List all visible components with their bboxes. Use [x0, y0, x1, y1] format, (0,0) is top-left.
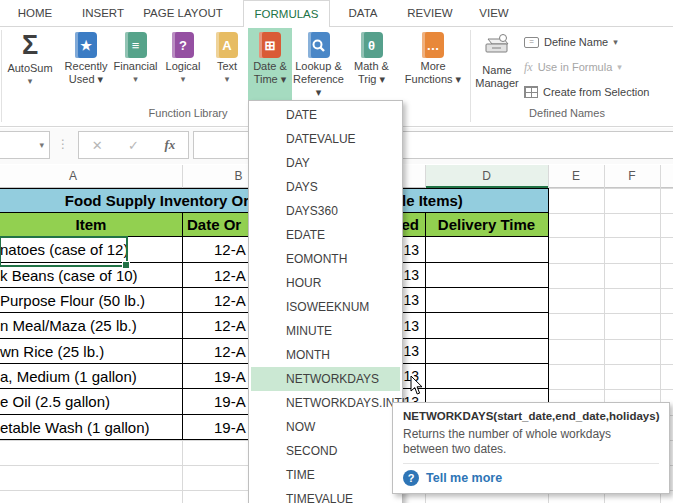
item-cell[interactable]: etable Wash (1 gallon) [0, 415, 180, 439]
math-trig-button[interactable]: θ Math & Trig ▾ [345, 28, 398, 100]
function-library-group-label: Function Library [130, 105, 246, 121]
menu-item-minute[interactable]: MINUTE [249, 319, 402, 343]
menu-item-networkdays[interactable]: NETWORKDAYS [251, 367, 400, 391]
date-time-dropdown-menu: DATE DATEVALUE DAY DAYS DAYS360 EDATE EO… [248, 100, 403, 503]
item-cell[interactable]: a, Medium (1 gallon) [0, 364, 180, 388]
star-book-icon: ★ [75, 32, 97, 58]
date-time-button[interactable]: ⊞ Date & Time ▾ [248, 28, 292, 100]
item-cell[interactable]: wn Rice (25 lb.) [0, 339, 180, 363]
group-separator [470, 30, 471, 122]
tell-me-more-link[interactable]: Tell me more [426, 471, 502, 485]
question-book-icon: ? [172, 32, 194, 58]
coins-book-icon: ≡ [125, 32, 147, 58]
cancel-icon[interactable]: ✕ [92, 138, 103, 153]
lookup-reference-button[interactable]: Lookup & Reference ▾ [292, 28, 345, 100]
letter-a-book-icon: A [216, 32, 238, 58]
button-label: AutoSum [2, 62, 58, 75]
text-button[interactable]: A Text ▾ [206, 28, 248, 100]
tooltip-body: Returns the number of whole workdays bet… [403, 427, 659, 457]
button-label: Trig ▾ [345, 73, 398, 86]
button-label: Text [206, 60, 248, 73]
selected-cell-d3[interactable] [0, 236, 128, 267]
tab-view[interactable]: VIEW [470, 0, 518, 26]
financial-button[interactable]: ≡ Financial ▾ [112, 28, 159, 100]
selection-grid-icon [524, 86, 538, 98]
menu-item-second[interactable]: SECOND [249, 439, 402, 463]
chevron-down-icon: ▾ [2, 75, 58, 88]
recently-used-button[interactable]: ★ Recently Used ▾ [60, 28, 112, 100]
chevron-down-icon: ▾ [613, 32, 618, 52]
button-label: Name [472, 64, 522, 77]
button-label: Define Name [544, 32, 608, 52]
networkdays-tooltip: NETWORKDAYS(start_date,end_date,holidays… [392, 402, 670, 494]
menu-item-days360[interactable]: DAYS360 [249, 199, 402, 223]
tab-home[interactable]: HOME [8, 0, 62, 26]
button-label: Time ▾ [248, 73, 292, 86]
menu-item-date[interactable]: DATE [249, 103, 402, 127]
item-cell[interactable]: Purpose Flour (50 lb.) [0, 288, 180, 312]
button-label: Functions ▾ [398, 73, 468, 86]
help-icon[interactable]: ? [403, 470, 419, 486]
tab-data[interactable]: DATA [339, 0, 387, 26]
header-delivery-time: Delivery Time [425, 213, 548, 236]
fx-icon: fx [524, 57, 533, 77]
menu-item-month[interactable]: MONTH [249, 343, 402, 367]
name-box[interactable]: ▾ [0, 131, 50, 159]
chevron-down-icon: ▾ [160, 73, 206, 86]
magnifier-book-icon [308, 32, 330, 58]
enter-icon[interactable]: ✓ [128, 138, 139, 153]
menu-item-days[interactable]: DAYS [249, 175, 402, 199]
ellipsis-book-icon: … [422, 32, 444, 58]
table-border [182, 213, 183, 440]
magnifier-icon [311, 38, 326, 53]
button-label: Math & [345, 60, 398, 73]
ribbon-tab-bar: HOME INSERT PAGE LAYOUT FORMULAS DATA RE… [0, 0, 673, 27]
formula-bar-grip[interactable]: ⋮ [57, 131, 69, 157]
menu-item-day[interactable]: DAY [249, 151, 402, 175]
menu-item-eomonth[interactable]: EOMONTH [249, 247, 402, 271]
menu-item-timevalue[interactable]: TIMEVALUE [249, 487, 402, 503]
formula-buttons: ✕ ✓ fx [78, 131, 189, 159]
name-manager-icon [482, 31, 512, 61]
defined-names-group-label: Defined Names [509, 105, 625, 121]
name-tag-icon: = [524, 37, 539, 48]
more-functions-button[interactable]: … More Functions ▾ [398, 28, 468, 100]
logical-button[interactable]: ? Logical ▾ [160, 28, 206, 100]
sigma-icon: Σ [2, 30, 58, 62]
autosum-button[interactable]: Σ AutoSum ▾ [2, 28, 58, 100]
tab-review[interactable]: REVIEW [400, 0, 460, 26]
tooltip-title: NETWORKDAYS(start_date,end_date,holidays… [403, 410, 659, 422]
fill-handle[interactable] [122, 261, 130, 269]
menu-item-datevalue[interactable]: DATEVALUE [249, 127, 402, 151]
calendar-clock-icon: ⊞ [259, 32, 281, 58]
tooltip-divider [403, 463, 659, 464]
excel-window: HOME INSERT PAGE LAYOUT FORMULAS DATA RE… [0, 0, 673, 503]
menu-item-time[interactable]: TIME [249, 463, 402, 487]
button-label: Financial [112, 60, 159, 73]
menu-item-hour[interactable]: HOUR [249, 271, 402, 295]
menu-item-now[interactable]: NOW [249, 415, 402, 439]
tab-formulas[interactable]: FORMULAS [243, 0, 330, 27]
use-in-formula-button[interactable]: fx Use in Formula ▾ [524, 57, 673, 77]
create-from-selection-button[interactable]: Create from Selection [524, 82, 673, 102]
button-label: More [398, 60, 468, 73]
menu-item-isoweeknum[interactable]: ISOWEEKNUM [249, 295, 402, 319]
chevron-down-icon: ▾ [206, 73, 248, 86]
name-manager-button[interactable]: Name Manager [472, 28, 522, 100]
item-cell[interactable]: e Oil (2.5 gallon) [0, 389, 180, 414]
insert-function-icon[interactable]: fx [164, 137, 175, 153]
chevron-down-icon: ▾ [39, 132, 44, 158]
button-label: Date & [248, 60, 292, 73]
button-label: Logical [160, 60, 206, 73]
button-label: Used ▾ [60, 73, 112, 86]
tab-insert[interactable]: INSERT [74, 0, 132, 26]
button-label: Recently [60, 60, 112, 73]
tab-page-layout[interactable]: PAGE LAYOUT [140, 0, 226, 26]
menu-item-networkdays-intl[interactable]: NETWORKDAYS.INTL [249, 391, 402, 415]
button-label: Use in Formula [538, 57, 613, 77]
chevron-down-icon: ▾ [617, 57, 622, 77]
menu-item-edate[interactable]: EDATE [249, 223, 402, 247]
button-label: Reference ▾ [292, 73, 345, 99]
item-cell[interactable]: n Meal/Maza (25 lb.) [0, 313, 180, 338]
define-name-button[interactable]: = Define Name ▾ [524, 32, 673, 52]
